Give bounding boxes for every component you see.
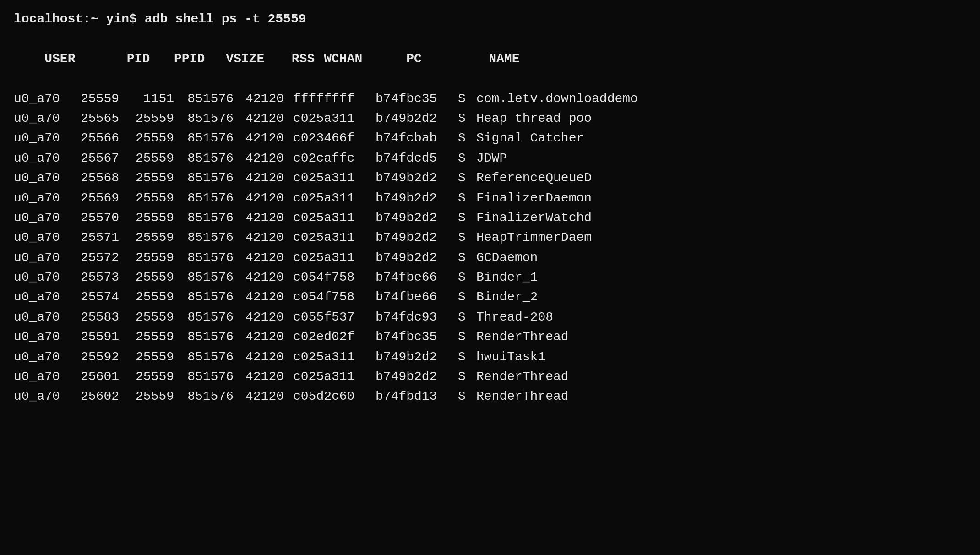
cell-wchan: c02ed02f	[293, 327, 366, 347]
cell-ppid: 25559	[128, 307, 174, 327]
cell-ppid: 1151	[128, 89, 174, 109]
cell-pid: 25567	[73, 148, 119, 168]
table-row: u0_a70255682555985157642120c025a311b749b…	[14, 168, 966, 188]
cell-rss: 42120	[243, 188, 284, 208]
cell-vsize: 851576	[183, 307, 234, 327]
cell-vsize: 851576	[183, 89, 234, 109]
header-user: USER	[44, 49, 104, 69]
cell-wchan: c025a311	[293, 208, 366, 228]
cell-pid: 25574	[73, 287, 119, 307]
cell-vsize: 851576	[183, 208, 234, 228]
cell-status: S	[458, 128, 472, 148]
cell-user: u0_a70	[14, 168, 73, 188]
cell-user: u0_a70	[14, 347, 73, 367]
cell-user: u0_a70	[14, 109, 73, 128]
cell-wchan: c025a311	[293, 228, 366, 247]
cell-status: S	[458, 109, 472, 128]
table-row: u0_a70255652555985157642120c025a311b749b…	[14, 109, 966, 128]
cell-ppid: 25559	[128, 208, 174, 228]
cell-status: S	[458, 327, 472, 347]
table-row: u0_a70255712555985157642120c025a311b749b…	[14, 228, 966, 247]
cell-user: u0_a70	[14, 148, 73, 168]
cell-wchan: c025a311	[293, 188, 366, 208]
cell-pc: b74fdc93	[376, 307, 449, 327]
cell-rss: 42120	[243, 367, 284, 386]
cell-wchan: c025a311	[293, 367, 366, 386]
cell-wchan: c054f758	[293, 287, 366, 307]
header-pc: PC	[406, 49, 479, 69]
cell-rss: 42120	[243, 347, 284, 367]
table-row: u0_a70255832555985157642120c055f537b74fd…	[14, 307, 966, 327]
cell-rss: 42120	[243, 267, 284, 287]
cell-vsize: 851576	[183, 228, 234, 247]
cell-pid: 25572	[73, 248, 119, 267]
header-vsize: VSIZE	[214, 49, 264, 69]
cell-wchan: c054f758	[293, 267, 366, 287]
cell-pc: b74fcbab	[376, 128, 449, 148]
cell-rss: 42120	[243, 307, 284, 327]
cell-rss: 42120	[243, 208, 284, 228]
cell-pid: 25573	[73, 267, 119, 287]
cell-pc: b74fbe66	[376, 267, 449, 287]
cell-rss: 42120	[243, 168, 284, 188]
cell-pc: b749b2d2	[376, 188, 449, 208]
cell-user: u0_a70	[14, 367, 73, 386]
header-pid: PID	[104, 49, 150, 69]
cell-ppid: 25559	[128, 267, 174, 287]
header-ppid: PPID	[159, 49, 205, 69]
cell-pc: b74fbc35	[376, 89, 449, 109]
table-row: u0_a70255722555985157642120c025a311b749b…	[14, 248, 966, 267]
cell-vsize: 851576	[183, 148, 234, 168]
cell-status: S	[458, 347, 472, 367]
cell-vsize: 851576	[183, 287, 234, 307]
cell-ppid: 25559	[128, 168, 174, 188]
cell-user: u0_a70	[14, 89, 73, 109]
cell-vsize: 851576	[183, 327, 234, 347]
cell-rss: 42120	[243, 228, 284, 247]
table-row: u0_a70255912555985157642120c02ed02fb74fb…	[14, 327, 966, 347]
cell-status: S	[458, 248, 472, 267]
cell-status: S	[458, 367, 472, 386]
header-rss: RSS	[273, 49, 315, 69]
cell-user: u0_a70	[14, 188, 73, 208]
cell-wchan: c025a311	[293, 248, 366, 267]
table-row: u0_a70255672555985157642120c02caffcb74fd…	[14, 148, 966, 168]
cell-name: ReferenceQueueD	[476, 168, 592, 188]
cell-pid: 25565	[73, 109, 119, 128]
cell-rss: 42120	[243, 128, 284, 148]
cell-ppid: 25559	[128, 228, 174, 247]
table-row: u0_a70255732555985157642120c054f758b74fb…	[14, 267, 966, 287]
cell-user: u0_a70	[14, 307, 73, 327]
cell-user: u0_a70	[14, 208, 73, 228]
cell-ppid: 25559	[128, 287, 174, 307]
cell-status: S	[458, 188, 472, 208]
cell-vsize: 851576	[183, 367, 234, 386]
cell-pc: b74fbd13	[376, 386, 449, 406]
cell-wchan: c023466f	[293, 128, 366, 148]
cell-pc: b74fbe66	[376, 287, 449, 307]
table-row: u0_a70255702555985157642120c025a311b749b…	[14, 208, 966, 228]
table-row: u0_a70255662555985157642120c023466fb74fc…	[14, 128, 966, 148]
table-body: u0_a7025559115185157642120ffffffffb74fbc…	[14, 89, 966, 407]
cell-name: FinalizerDaemon	[476, 188, 592, 208]
cell-user: u0_a70	[14, 248, 73, 267]
header-wchan: WCHAN	[324, 49, 397, 69]
command-line: localhost:~ yin$ adb shell ps -t 25559	[14, 9, 966, 29]
table-row: u0_a70255692555985157642120c025a311b749b…	[14, 188, 966, 208]
cell-rss: 42120	[243, 327, 284, 347]
cell-pid: 25591	[73, 327, 119, 347]
cell-name: Thread-208	[476, 307, 553, 327]
cell-wchan: c025a311	[293, 168, 366, 188]
cell-status: S	[458, 228, 472, 247]
cell-wchan: c02caffc	[293, 148, 366, 168]
cell-pc: b749b2d2	[376, 109, 449, 128]
cell-wchan: c025a311	[293, 347, 366, 367]
cell-ppid: 25559	[128, 386, 174, 406]
cell-pid: 25592	[73, 347, 119, 367]
cell-user: u0_a70	[14, 228, 73, 247]
cell-wchan: c025a311	[293, 109, 366, 128]
cell-pid: 25569	[73, 188, 119, 208]
cell-user: u0_a70	[14, 128, 73, 148]
cell-status: S	[458, 386, 472, 406]
cell-ppid: 25559	[128, 109, 174, 128]
